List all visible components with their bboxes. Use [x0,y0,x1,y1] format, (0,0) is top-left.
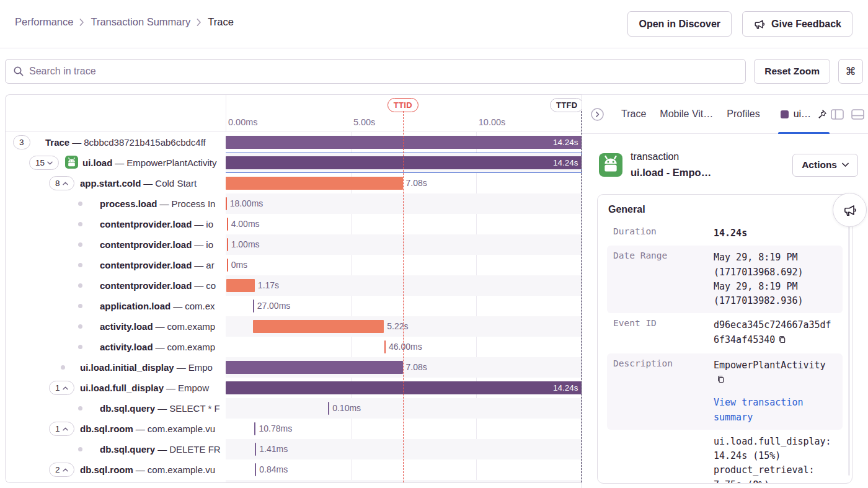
span-row[interactable]: contentprovider.load—io1.00ms [6,234,582,255]
actions-button[interactable]: Actions [792,154,858,177]
open-in-discover-button[interactable]: Open in Discover [627,11,732,37]
span-name-cell[interactable]: contentprovider.load—co [6,275,226,296]
span-duration-bar[interactable] [254,422,255,435]
search-icon [13,66,24,77]
span-name-cell[interactable]: process.load—Process In [6,193,226,214]
span-row[interactable]: application.load—com.ex27.00ms [6,296,582,316]
span-separator: — [112,157,126,168]
span-children-count-pill[interactable]: 1 [49,381,74,395]
view-transaction-summary-link[interactable]: View transaction summary [714,396,836,425]
span-duration-bar[interactable] [255,443,256,456]
span-name-cell[interactable]: 3Trace—8cbbcd38721b415ab6cbdc4ff [6,132,226,153]
span-duration-bar[interactable] [253,320,384,333]
span-separator: — [133,424,148,434]
span-duration-bar[interactable] [227,238,228,251]
span-row[interactable]: 15ui.load—EmpowerPlantActivity14.24s [6,153,582,173]
span-duration-bar[interactable] [253,299,254,313]
span-duration-bar[interactable] [226,177,403,190]
span-duration-label: 1.17s [258,279,279,292]
search-input-wrapper[interactable] [5,59,746,84]
span-duration-bar[interactable] [227,218,228,231]
span-name-cell[interactable]: ui.load.initial_display—Empo [6,357,226,378]
span-name-cell[interactable]: contentprovider.load—io [6,234,226,255]
span-children-count-pill[interactable]: 8 [49,176,74,190]
timeline-tick-label: 5.00s [353,117,375,127]
tab-mobile-vitals[interactable]: Mobile Vit… [660,109,713,120]
shortcut-key-button[interactable]: ⌘ [838,59,863,84]
copy-icon[interactable] [716,374,725,388]
date-range-row: Date Range May 29, 8:19 PM (1717013968.6… [607,246,843,313]
span-row[interactable]: contentprovider.load—co1.17s [6,275,582,296]
layout-bottom-icon[interactable] [851,109,864,120]
span-row[interactable]: 3Trace—8cbbcd38721b415ab6cbdc4ff14.24s [6,132,582,153]
span-row[interactable]: 8app.start.cold—Cold Start7.08s [6,173,582,193]
span-children-count-pill[interactable]: 15 [29,156,59,170]
span-name-cell[interactable]: contentprovider.load—io [6,214,226,234]
span-duration-label: 1.00ms [231,238,260,251]
tab-ui-load-active[interactable]: ui… [781,95,827,133]
tree-leaf-dot [78,283,82,288]
span-row[interactable]: activity.load—com.examp46.00ms [6,337,582,357]
span-title: app.start.cold—Cold Start [80,173,197,193]
span-duration-bar[interactable] [255,463,256,476]
copy-icon[interactable] [777,334,787,348]
span-duration-bar[interactable] [226,279,255,292]
span-op: db.sql.room [80,464,133,475]
span-children-count-pill[interactable]: 3 [13,135,30,149]
span-row[interactable]: process.load—Process In18.00ms [6,193,582,214]
span-title: ui.load.full_display—Empow [80,378,209,398]
span-row[interactable]: db.sql.query—DELETE FR1.41ms [6,439,582,459]
chevron-up-icon [63,386,68,390]
layout-left-icon[interactable] [831,109,844,120]
open-in-discover-label: Open in Discover [639,19,720,30]
expand-panel-icon[interactable] [590,107,604,122]
span-name-cell[interactable]: 1db.sql.room—com.example.vu [6,419,226,439]
pin-icon[interactable] [816,109,827,120]
scrollbar[interactable] [848,201,850,476]
span-row[interactable]: 2db.sql.room—com.example.vu0.84ms [6,459,582,480]
span-children-count-pill[interactable]: 2 [49,463,74,477]
span-duration-bar[interactable] [226,361,403,374]
tab-profiles[interactable]: Profiles [727,109,760,120]
span-separator: — [69,137,84,148]
span-separator: — [170,301,185,311]
span-name-cell[interactable]: contentprovider.load—ar [6,255,226,275]
span-row[interactable]: db.sql.query—INSERT OR0.70 [6,480,582,483]
tab-trace[interactable]: Trace [621,109,646,120]
span-name-cell[interactable]: 1ui.load.full_display—Empow [6,378,226,398]
span-name-cell[interactable]: db.sql.query—INSERT OR [6,480,226,483]
span-row[interactable]: 1db.sql.room—com.example.vu10.78ms [6,419,582,439]
span-row[interactable]: contentprovider.load—ar0ms [6,255,582,275]
reset-zoom-button[interactable]: Reset Zoom [754,59,830,84]
span-row[interactable]: 1ui.load.full_display—Empow14.24s [6,378,582,398]
span-name-cell[interactable]: application.load—com.ex [6,296,226,316]
span-description: com.examp [167,342,216,352]
tree-leaf-dot [78,202,82,206]
span-name-cell[interactable]: activity.load—com.examp [6,337,226,357]
span-duration-bar[interactable] [226,197,227,210]
span-duration-bar[interactable] [384,340,386,353]
span-duration-bar[interactable] [328,402,329,415]
span-separator: — [153,342,167,352]
span-name-cell[interactable]: 15ui.load—EmpowerPlantActivity [6,153,226,173]
span-duration-bar[interactable] [227,259,228,272]
span-name-cell[interactable]: 8app.start.cold—Cold Start [6,173,226,193]
feedback-floating-button[interactable] [833,193,867,227]
span-name-cell[interactable]: 2db.sql.room—com.example.vu [6,459,226,480]
span-name-cell[interactable]: db.sql.query—SELECT * F [6,398,226,419]
search-input[interactable] [29,66,738,77]
span-op: db.sql.query [100,403,155,414]
span-row[interactable]: ui.load.initial_display—Empo7.08s [6,357,582,378]
span-row[interactable]: db.sql.query—SELECT * F0.10ms [6,398,582,419]
span-children-count-pill[interactable]: 1 [49,422,74,436]
span-description: Empow [178,383,209,393]
breadcrumb-performance[interactable]: Performance [15,16,73,28]
span-name-cell[interactable]: activity.load—com.examp [6,316,226,337]
span-row[interactable]: activity.load—com.examp5.22s [6,316,582,337]
span-row[interactable]: contentprovider.load—io4.00ms [6,214,582,234]
give-feedback-button[interactable]: Give Feedback [742,11,852,37]
span-description: com.example.vu [148,424,215,434]
span-name-cell[interactable]: db.sql.query—DELETE FR [6,439,226,459]
span-op: app.start.cold [80,178,141,189]
breadcrumb-transaction-summary[interactable]: Transaction Summary [91,16,190,28]
